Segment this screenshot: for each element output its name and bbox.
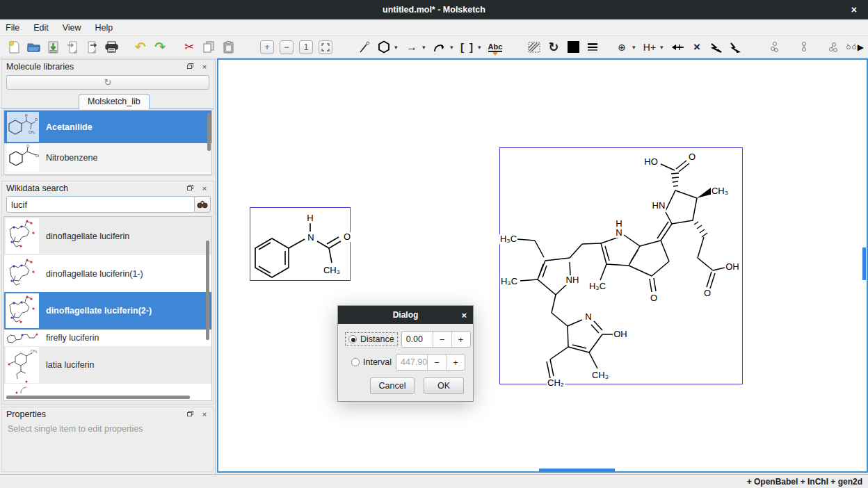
library-scrollbar[interactable]: [207, 113, 211, 151]
menu-help[interactable]: Help: [95, 23, 113, 33]
atom-label: N: [584, 312, 592, 322]
svg-text:CH₃: CH₃: [29, 130, 35, 134]
interval-increment-button[interactable]: +: [446, 355, 465, 370]
float-panel-icon[interactable]: [186, 63, 195, 71]
zoom-in-button[interactable]: +: [260, 40, 274, 54]
distance-radio-group[interactable]: Distance: [345, 332, 398, 346]
flip-molecule-tool-icon[interactable]: [728, 39, 744, 56]
flip-bond-tool-icon[interactable]: [709, 39, 724, 56]
molecule-tool-3-icon[interactable]: [826, 39, 841, 56]
interval-value[interactable]: 447.90: [396, 355, 427, 370]
bracket-tool-icon[interactable]: [ ]: [460, 39, 475, 56]
float-panel-icon[interactable]: [186, 184, 195, 193]
arrow-dropdown-icon[interactable]: ▾: [422, 44, 429, 51]
menu-edit[interactable]: Edit: [33, 23, 49, 33]
delete-tool-icon[interactable]: ×: [689, 39, 705, 56]
menu-view[interactable]: View: [63, 23, 81, 33]
list-item-firefly-luciferin[interactable]: firefly luciferin: [4, 330, 211, 346]
add-hydrogen-tool-icon[interactable]: [670, 39, 685, 56]
charge-tool-icon[interactable]: ⊕: [614, 39, 629, 56]
svg-text:O: O: [35, 117, 38, 122]
import-icon[interactable]: [65, 39, 80, 56]
distance-value[interactable]: 0.00: [402, 332, 433, 347]
distance-decrement-button[interactable]: −: [433, 332, 451, 347]
mechanism-arrow-tool-icon[interactable]: [432, 39, 447, 56]
svg-text:H: H: [25, 113, 28, 117]
list-item-nitrobenzene[interactable]: OOH Nitrobenzene: [4, 143, 211, 172]
close-panel-icon[interactable]: ×: [200, 184, 209, 193]
toolbar-overflow-icon[interactable]: ▶: [858, 42, 864, 52]
molecule-acetanilide[interactable]: HNOCH₃: [250, 207, 351, 281]
zoom-original-button[interactable]: 1: [299, 40, 313, 54]
cancel-button[interactable]: Cancel: [370, 377, 415, 394]
close-panel-icon[interactable]: ×: [200, 410, 209, 418]
list-item-latia-luciferin[interactable]: CH₃ latia luciferin: [4, 346, 211, 384]
wikidata-search-button[interactable]: [194, 196, 211, 213]
redo-icon[interactable]: ↷: [152, 39, 168, 56]
molecule-dinoflagellate-luciferin[interactable]: HOOCH₃HNHNH₃CH₃CNHH₃COOHONOHCH₃CH₂: [499, 147, 743, 384]
ring-tool-icon[interactable]: [376, 39, 392, 56]
molecule-tool-2-icon[interactable]: [796, 39, 812, 56]
text-tool-icon[interactable]: Abc: [488, 42, 503, 52]
zoom-out-button[interactable]: −: [280, 40, 294, 54]
atom-label: NH: [565, 275, 580, 285]
wikidata-search-panel: Wikidata search × lucif dinoflagellate l…: [1, 181, 214, 405]
save-icon[interactable]: [45, 39, 61, 56]
list-item-label: firefly luciferin: [46, 333, 99, 343]
molecule-thumbnail: HOCH₃: [7, 112, 39, 142]
paste-icon[interactable]: [220, 39, 236, 56]
window-close-icon[interactable]: ×: [847, 0, 861, 19]
close-panel-icon[interactable]: ×: [200, 63, 209, 71]
list-item-partial[interactable]: [4, 384, 211, 396]
atom-label: OH: [725, 262, 740, 272]
mechanism-dropdown-icon[interactable]: ▾: [450, 44, 457, 51]
refresh-libraries-button[interactable]: ↻: [6, 75, 209, 90]
list-item-dinoflagellate-luciferin-1[interactable]: dinoflagellate luciferin(1-): [4, 255, 211, 292]
arrow-tool-icon[interactable]: →: [404, 39, 419, 56]
hydrogen-dropdown-icon[interactable]: ▾: [660, 44, 667, 51]
bond-tool-icon[interactable]: [357, 39, 372, 56]
wikidata-search-input[interactable]: lucif: [6, 196, 195, 213]
line-width-tool-icon[interactable]: [585, 39, 600, 56]
color-swatch-icon[interactable]: [565, 39, 581, 56]
cut-icon[interactable]: ✂: [182, 39, 197, 56]
ring-dropdown-icon[interactable]: ▾: [394, 44, 401, 51]
interval-spinbox[interactable]: 447.90 − +: [396, 354, 465, 371]
rotate-tool-icon[interactable]: ↻: [546, 39, 561, 56]
undo-icon[interactable]: ↶: [133, 39, 148, 56]
bracket-dropdown-icon[interactable]: ▾: [478, 44, 485, 51]
open-file-icon[interactable]: [26, 39, 41, 56]
canvas-vertical-scrollbar[interactable]: [862, 247, 866, 280]
list-item-dinoflagellate-luciferin[interactable]: dinoflagellate luciferin: [4, 217, 211, 255]
canvas-horizontal-scrollbar[interactable]: [539, 469, 615, 471]
dialog-title-bar[interactable]: Dialog ×: [338, 306, 473, 324]
zoom-fit-button[interactable]: [319, 40, 332, 54]
molecule-thumbnail: [6, 218, 39, 254]
list-item-dinoflagellate-luciferin-2[interactable]: dinoflagellate luciferin(2-): [4, 292, 211, 330]
interval-radio[interactable]: [351, 358, 360, 366]
tab-molsketch-lib[interactable]: Molsketch_lib: [79, 94, 150, 109]
ok-button[interactable]: OK: [424, 377, 464, 394]
menu-file[interactable]: File: [6, 23, 19, 33]
list-item-label: dinoflagellate luciferin: [46, 231, 129, 241]
molecule-tool-1-icon[interactable]: [767, 39, 782, 56]
export-icon[interactable]: [84, 39, 99, 56]
drawing-canvas[interactable]: HNOCH₃: [217, 58, 868, 473]
distance-spinbox[interactable]: 0.00 − +: [401, 331, 471, 348]
dialog-close-icon[interactable]: ×: [461, 310, 467, 320]
new-file-icon[interactable]: [6, 39, 22, 56]
charge-dropdown-icon[interactable]: ▾: [632, 44, 639, 51]
copy-icon[interactable]: [201, 39, 216, 56]
binoculars-icon: [197, 200, 208, 209]
print-icon[interactable]: [104, 39, 119, 56]
distance-increment-button[interactable]: +: [451, 332, 470, 347]
hydrogen-tool-icon[interactable]: H+: [642, 39, 657, 56]
float-panel-icon[interactable]: [186, 410, 195, 418]
hatch-selection-tool-icon[interactable]: [527, 39, 542, 56]
atom-label: CH₃: [323, 266, 341, 275]
interval-decrement-button[interactable]: −: [427, 355, 446, 370]
list-item-acetanilide[interactable]: HOCH₃ Acetanilide: [4, 111, 211, 143]
wikidata-horizontal-scrollbar[interactable]: [6, 396, 190, 399]
wikidata-vertical-scrollbar[interactable]: [206, 241, 209, 340]
distance-radio[interactable]: [348, 335, 357, 343]
